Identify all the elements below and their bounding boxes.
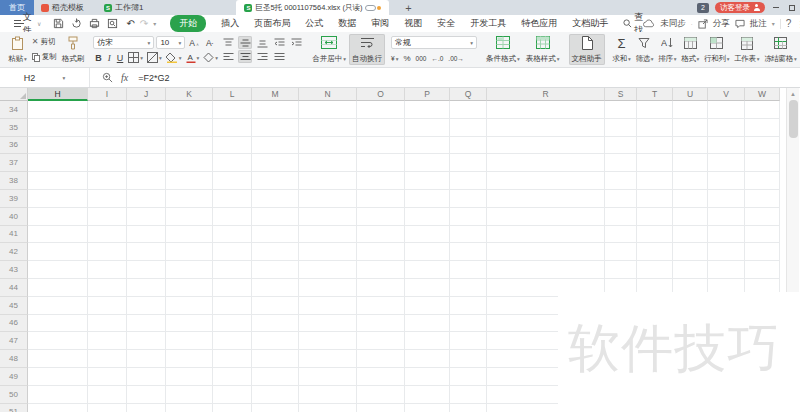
currency-format-button[interactable]: ¥▾ [391,55,398,62]
cell-P45[interactable] [405,297,450,315]
column-header-H[interactable]: H [28,88,88,101]
cell-V39[interactable] [708,190,745,208]
column-header-P[interactable]: P [405,88,450,101]
cell-Q46[interactable] [450,315,487,333]
cell-P35[interactable] [405,119,450,137]
cell-I44[interactable] [88,279,127,297]
comment-label[interactable]: 批注 [750,18,767,30]
menu-item[interactable]: 文档助手 [572,17,608,30]
cell-N42[interactable] [299,243,357,261]
cell-P46[interactable] [405,315,450,333]
cell-O41[interactable] [357,226,405,244]
cell-T35[interactable] [637,119,673,137]
cell-L36[interactable] [213,137,252,155]
insert-function-icon[interactable] [102,72,113,83]
decrease-font-button[interactable]: Aˇ [204,38,215,48]
cell-N37[interactable] [299,154,357,172]
cell-T36[interactable] [637,137,673,155]
column-header-Q[interactable]: Q [450,88,487,101]
cell-O42[interactable] [357,243,405,261]
cell-P34[interactable] [405,101,450,119]
cell-W38[interactable] [745,172,780,190]
tool-button-sheet[interactable]: 工作表▾ [732,34,761,65]
cell-I41[interactable] [88,226,127,244]
cell-Q51[interactable] [450,404,487,412]
row-header-43[interactable]: 43 [0,261,28,279]
cell-L40[interactable] [213,208,252,226]
cell-U34[interactable] [673,101,708,119]
cell-Q47[interactable] [450,332,487,350]
cell-K39[interactable] [166,190,213,208]
column-header-O[interactable]: O [357,88,405,101]
comment-icon[interactable] [735,19,745,29]
cell-H38[interactable] [28,172,88,190]
cell-O46[interactable] [357,315,405,333]
menu-item[interactable]: 开发工具 [470,17,506,30]
cell-U37[interactable] [673,154,708,172]
cell-I34[interactable] [88,101,127,119]
cell-J46[interactable] [127,315,166,333]
cell-P42[interactable] [405,243,450,261]
scroll-up-icon[interactable]: ▲ [787,88,799,99]
thousands-format-button[interactable]: 000 [416,55,427,62]
cell-M35[interactable] [252,119,299,137]
scrollbar-thumb[interactable] [789,100,798,138]
cell-M51[interactable] [252,404,299,412]
cell-P40[interactable] [405,208,450,226]
cell-L44[interactable] [213,279,252,297]
cell-J37[interactable] [127,154,166,172]
column-header-V[interactable]: V [708,88,745,101]
menu-item[interactable]: 数据 [338,17,356,30]
cell-K51[interactable] [166,404,213,412]
increase-decimal-button[interactable]: ←.0 [431,55,443,62]
row-header-41[interactable]: 41 [0,226,28,244]
cell-Q36[interactable] [450,137,487,155]
cell-U42[interactable] [673,243,708,261]
cell-N38[interactable] [299,172,357,190]
percent-format-button[interactable]: % [403,54,410,63]
cell-O38[interactable] [357,172,405,190]
cell-R41[interactable] [487,226,605,244]
cell-T40[interactable] [637,208,673,226]
cell-Q38[interactable] [450,172,487,190]
underline-button[interactable]: U [115,53,126,63]
column-header-L[interactable]: L [213,88,252,101]
cell-U36[interactable] [673,137,708,155]
cell-J44[interactable] [127,279,166,297]
cell-R34[interactable] [487,101,605,119]
cell-H39[interactable] [28,190,88,208]
cell-V40[interactable] [708,208,745,226]
cell-V34[interactable] [708,101,745,119]
cell-J51[interactable] [127,404,166,412]
cell-W40[interactable] [745,208,780,226]
cell-Q37[interactable] [450,154,487,172]
cell-L35[interactable] [213,119,252,137]
column-header-T[interactable]: T [637,88,673,101]
share-label[interactable]: 分享 [713,18,730,30]
doc-assistant-button[interactable]: 文档助手 [569,34,605,65]
row-header-46[interactable]: 46 [0,315,28,333]
cell-S36[interactable] [605,137,637,155]
row-header-37[interactable]: 37 [0,154,28,172]
cell-P50[interactable] [405,386,450,404]
cell-N46[interactable] [299,315,357,333]
cell-I50[interactable] [88,386,127,404]
cell-O51[interactable] [357,404,405,412]
font-name-select[interactable]: 仿宋▾ [93,36,154,49]
cell-O40[interactable] [357,208,405,226]
align-right-button[interactable] [255,50,269,63]
cell-Q41[interactable] [450,226,487,244]
cell-P41[interactable] [405,226,450,244]
cell-K48[interactable] [166,350,213,368]
align-center-button[interactable] [238,50,252,63]
wrap-text-button[interactable]: 自动换行 [349,34,385,65]
row-header-47[interactable]: 47 [0,332,28,350]
cell-J39[interactable] [127,190,166,208]
row-header-48[interactable]: 48 [0,350,28,368]
cell-K42[interactable] [166,243,213,261]
cell-S35[interactable] [605,119,637,137]
cell-K36[interactable] [166,137,213,155]
cut-button[interactable]: ✕剪切 [30,36,59,48]
row-header-34[interactable]: 34 [0,101,28,119]
cell-J43[interactable] [127,261,166,279]
